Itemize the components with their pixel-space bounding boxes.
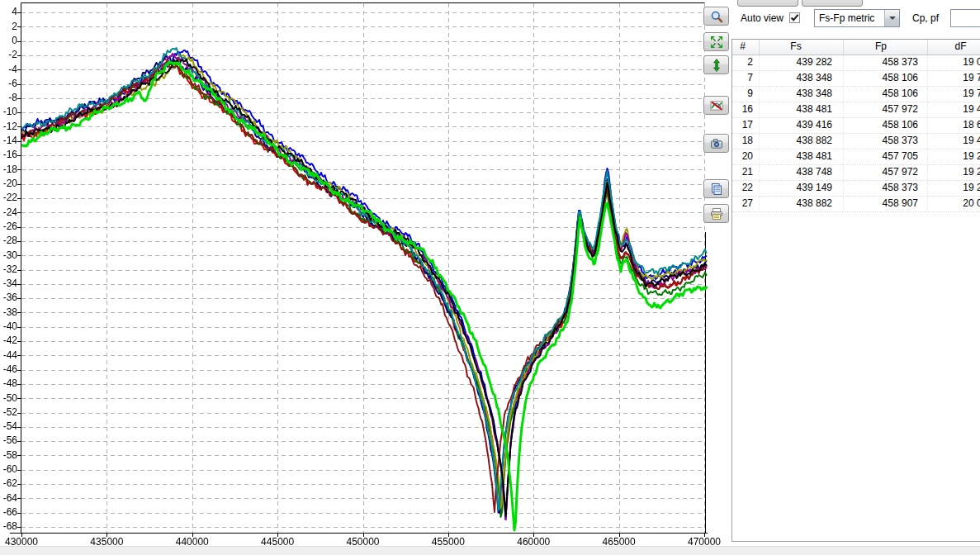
table-cell: 438 348 [760, 87, 844, 102]
application-window: Auto view Fs-Fp metric Cp, pf # Fs Fp dF… [0, 0, 980, 555]
table-cell: 458 373 [844, 55, 928, 70]
right-panel: Auto view Fs-Fp metric Cp, pf # Fs Fp dF… [730, 0, 980, 555]
metric-dropdown[interactable]: Fs-Fp metric [814, 9, 900, 27]
table-cell: 439 282 [760, 55, 844, 70]
col-header-fp[interactable]: Fp [844, 40, 928, 55]
table-cell: 439 149 [760, 181, 844, 196]
table-row[interactable]: 22439 149458 37319 224 [732, 181, 980, 197]
fit-all-icon [710, 36, 723, 49]
chevron-down-icon [889, 17, 896, 20]
camera-button[interactable] [703, 134, 729, 153]
table-header: # Fs Fp dF [732, 40, 980, 55]
fit-vertical-icon [710, 59, 723, 72]
table-cell: 18 690 [928, 118, 980, 133]
table-row[interactable]: 7438 348458 10619 758 [732, 71, 980, 87]
table-cell: 438 481 [760, 149, 844, 164]
table-cell: 457 972 [844, 165, 928, 180]
table-row[interactable]: 16438 481457 97219 491 [732, 102, 980, 118]
table-cell: 438 882 [760, 197, 844, 211]
auto-view-label: Auto view [741, 12, 784, 24]
table-cell: 27 [732, 197, 760, 211]
table-cell: 457 705 [844, 149, 928, 164]
zoom-icon [710, 10, 723, 23]
col-header-num[interactable]: # [732, 40, 760, 55]
table-row[interactable]: 9438 348458 10619 758 [732, 87, 980, 102]
table-cell: 19 491 [928, 102, 980, 117]
table-cell: 21 [732, 165, 760, 180]
auto-view-checkbox[interactable] [789, 12, 800, 23]
copy-icon [710, 183, 723, 196]
table-cell: 19 491 [928, 134, 980, 149]
table-cell: 457 972 [844, 102, 928, 117]
table-body: 2439 282458 37319 0917438 348458 10619 7… [732, 55, 980, 212]
col-header-df[interactable]: dF [928, 40, 980, 55]
dropdown-arrow-button[interactable] [884, 10, 899, 26]
table-cell: 20 [732, 149, 760, 164]
table-cell: 16 [732, 102, 760, 117]
zoom-button[interactable] [703, 7, 729, 26]
table-cell: 458 106 [844, 71, 928, 86]
cp-label: Cp, pf [912, 12, 939, 24]
chart-canvas[interactable] [0, 0, 730, 546]
camera-icon [710, 137, 723, 150]
table-row[interactable]: 20438 481457 70519 224 [732, 149, 980, 165]
table-cell: 458 373 [844, 181, 928, 196]
table-cell: 9 [732, 87, 760, 102]
copy-button[interactable] [703, 179, 729, 198]
table-row[interactable]: 17439 416458 10618 690 [732, 118, 980, 134]
clear-chart-button[interactable] [703, 96, 729, 115]
metric-dropdown-value: Fs-Fp metric [815, 12, 884, 24]
table-row[interactable]: 18438 882458 37319 491 [732, 134, 980, 149]
bottom-strip [0, 546, 980, 555]
table-cell: 458 373 [844, 134, 928, 149]
partial-button-2[interactable] [802, 0, 863, 7]
table-cell: 438 882 [760, 134, 844, 149]
table-cell: 19 758 [928, 87, 980, 102]
table-cell: 19 091 [928, 55, 980, 70]
table-cell: 439 416 [760, 118, 844, 133]
table-cell: 20 025 [928, 197, 980, 211]
table-cell: 17 [732, 118, 760, 133]
chart-panel [0, 0, 730, 546]
clear-chart-icon [710, 99, 723, 112]
table-cell: 19 758 [928, 71, 980, 86]
print-icon [710, 207, 723, 221]
table-cell: 438 481 [760, 102, 844, 117]
table-row[interactable]: 2439 282458 37319 091 [732, 55, 980, 71]
results-table: # Fs Fp dF 2439 282458 37319 0917438 348… [731, 39, 980, 542]
table-cell: 19 224 [928, 165, 980, 180]
table-cell: 18 [732, 134, 760, 149]
table-cell: 458 106 [844, 87, 928, 102]
table-cell: 22 [732, 181, 760, 196]
table-cell: 19 224 [928, 181, 980, 196]
table-cell: 458 106 [844, 118, 928, 133]
table-cell: 438 348 [760, 71, 844, 86]
partial-button-1[interactable] [737, 0, 798, 7]
fit-vertical-button[interactable] [703, 55, 729, 74]
table-row[interactable]: 21438 748457 97219 224 [732, 165, 980, 181]
checkmark-icon [790, 13, 799, 22]
table-cell: 2 [732, 55, 760, 70]
table-cell: 458 907 [844, 197, 928, 211]
table-cell: 7 [732, 71, 760, 86]
table-cell: 19 224 [928, 149, 980, 164]
col-header-fs[interactable]: Fs [760, 40, 844, 55]
table-cell: 438 748 [760, 165, 844, 180]
print-button[interactable] [703, 204, 729, 223]
fit-all-button[interactable] [703, 32, 729, 51]
table-row[interactable]: 27438 882458 90720 025 [732, 197, 980, 212]
cp-input[interactable] [950, 9, 980, 27]
